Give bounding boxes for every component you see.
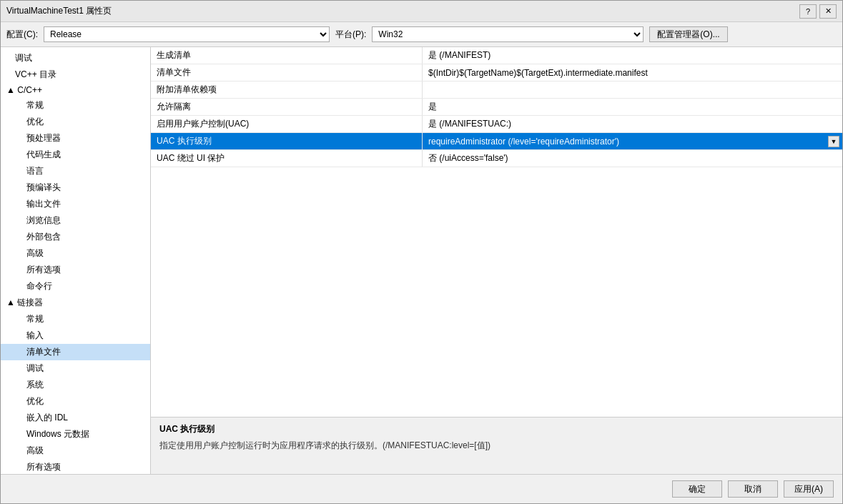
main-content: 调试 VC++ 目录 ▲ C/C++ 常规 优化 预处理器 代码生成 语言 预编… — [1, 47, 842, 474]
ok-button[interactable]: 确定 — [672, 480, 722, 498]
sidebar-item-browse-info[interactable]: 浏览信息 — [1, 212, 150, 229]
sidebar-item-advanced[interactable]: 高级 — [1, 245, 150, 262]
sidebar-item-external-inc[interactable]: 外部包含 — [1, 229, 150, 245]
prop-name-uac-level: UAC 执行级别 — [151, 133, 423, 149]
prop-name-enable-uac: 启用用户账户控制(UAC) — [151, 116, 423, 132]
prop-row-allow-isolation[interactable]: 允许隔离 是 — [151, 99, 842, 116]
prop-name-uac-bypass: UAC 绕过 UI 保护 — [151, 150, 423, 167]
prop-name-manifest-file: 清单文件 — [151, 64, 423, 81]
help-button[interactable]: ? — [799, 4, 817, 19]
content-area: 生成清单 是 (/MANIFEST) 清单文件 $(IntDir)$(Targe… — [151, 47, 842, 474]
description-area: UAC 执行级别 指定使用用户账户控制运行时为应用程序请求的执行级别。(/MAN… — [151, 417, 842, 474]
prop-row-uac-bypass[interactable]: UAC 绕过 UI 保护 否 (/uiAccess='false') — [151, 150, 842, 167]
sidebar-item-linker-allopts[interactable]: 所有选项 — [1, 459, 150, 474]
sidebar-item-linker-system[interactable]: 系统 — [1, 377, 150, 393]
footer-buttons: 确定 取消 应用(A) — [1, 474, 842, 503]
sidebar-item-optimize[interactable]: 优化 — [1, 114, 150, 130]
sidebar-item-cmdline[interactable]: 命令行 — [1, 278, 150, 295]
desc-text: 指定使用用户账户控制运行时为应用程序请求的执行级别。(/MANIFESTUAC:… — [159, 440, 834, 452]
sidebar-item-all-options[interactable]: 所有选项 — [1, 262, 150, 278]
prop-name-additional-manifest: 附加清单依赖项 — [151, 81, 423, 98]
window-title: VirtualMachineTest1 属性页 — [6, 5, 112, 17]
sidebar-item-vcpp[interactable]: VC++ 目录 — [1, 66, 150, 83]
platform-select[interactable]: Win32 — [372, 26, 644, 42]
sidebar: 调试 VC++ 目录 ▲ C/C++ 常规 优化 预处理器 代码生成 语言 预编… — [1, 47, 151, 474]
desc-title: UAC 执行级别 — [159, 423, 834, 435]
config-label: 配置(C): — [6, 29, 38, 41]
toolbar: 配置(C): Release 平台(P): Win32 配置管理器(O)... — [1, 22, 842, 47]
sidebar-item-linker-optimize[interactable]: 优化 — [1, 393, 150, 410]
prop-row-manifest-file[interactable]: 清单文件 $(IntDir)$(TargetName)$(TargetExt).… — [151, 64, 842, 81]
sidebar-group-cpp[interactable]: ▲ C/C++ — [1, 83, 150, 97]
main-window: VirtualMachineTest1 属性页 ? ✕ 配置(C): Relea… — [0, 0, 843, 504]
sidebar-item-linker-manifest[interactable]: 清单文件 — [1, 344, 150, 360]
apply-button[interactable]: 应用(A) — [784, 480, 834, 498]
sidebar-item-linker-input[interactable]: 输入 — [1, 327, 150, 344]
prop-value-additional-manifest — [423, 81, 842, 98]
prop-name-generate-manifest: 生成清单 — [151, 47, 423, 64]
cancel-button[interactable]: 取消 — [728, 480, 778, 498]
prop-name-allow-isolation: 允许隔离 — [151, 99, 423, 115]
prop-value-enable-uac: 是 (/MANIFESTUAC:) — [423, 116, 842, 132]
sidebar-group-linker[interactable]: ▲ 链接器 — [1, 295, 150, 311]
sidebar-item-linker-debug[interactable]: 调试 — [1, 360, 150, 377]
config-manager-button[interactable]: 配置管理器(O)... — [649, 26, 727, 42]
platform-label: 平台(P): — [335, 29, 366, 41]
sidebar-item-output-files[interactable]: 输出文件 — [1, 196, 150, 212]
properties-table: 生成清单 是 (/MANIFEST) 清单文件 $(IntDir)$(Targe… — [151, 47, 842, 417]
title-bar: VirtualMachineTest1 属性页 ? ✕ — [1, 1, 842, 22]
close-button[interactable]: ✕ — [819, 4, 837, 19]
sidebar-item-linker-winmeta[interactable]: Windows 元数据 — [1, 426, 150, 443]
prop-row-uac-level[interactable]: UAC 执行级别 requireAdministrator (/level='r… — [151, 133, 842, 150]
sidebar-item-language[interactable]: 语言 — [1, 163, 150, 179]
sidebar-item-precompiled[interactable]: 预编译头 — [1, 179, 150, 196]
prop-value-uac-bypass: 否 (/uiAccess='false') — [423, 150, 842, 167]
prop-value-manifest-file: $(IntDir)$(TargetName)$(TargetExt).inter… — [423, 64, 842, 81]
sidebar-item-common[interactable]: 常规 — [1, 97, 150, 114]
uac-level-dropdown[interactable]: ▼ — [828, 136, 839, 147]
prop-row-generate-manifest[interactable]: 生成清单 是 (/MANIFEST) — [151, 47, 842, 64]
prop-value-uac-level: requireAdministrator (/level='requireAdm… — [423, 133, 842, 149]
sidebar-item-debug[interactable]: 调试 — [1, 50, 150, 66]
prop-row-additional-manifest[interactable]: 附加清单依赖项 — [151, 81, 842, 99]
prop-row-enable-uac[interactable]: 启用用户账户控制(UAC) 是 (/MANIFESTUAC:) — [151, 116, 842, 133]
sidebar-item-codegen[interactable]: 代码生成 — [1, 147, 150, 163]
prop-value-allow-isolation: 是 — [423, 99, 842, 115]
title-bar-buttons: ? ✕ — [799, 4, 837, 19]
prop-value-uac-level-text: requireAdministrator (/level='requireAdm… — [428, 137, 619, 147]
sidebar-item-linker-advanced2[interactable]: 高级 — [1, 443, 150, 459]
prop-value-generate-manifest: 是 (/MANIFEST) — [423, 47, 842, 64]
sidebar-item-linker-idl[interactable]: 嵌入的 IDL — [1, 410, 150, 426]
sidebar-item-linker-common[interactable]: 常规 — [1, 311, 150, 327]
sidebar-item-preprocessor[interactable]: 预处理器 — [1, 130, 150, 147]
config-select[interactable]: Release — [44, 26, 330, 42]
